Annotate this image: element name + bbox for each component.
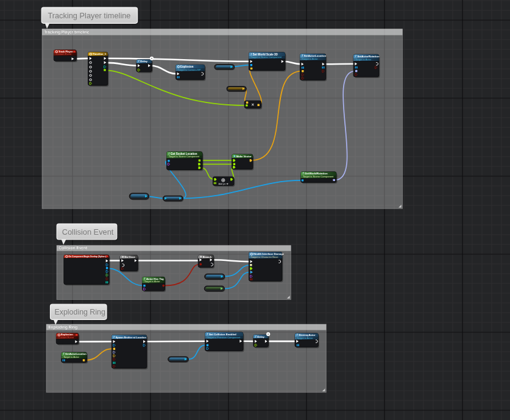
svg-text:Branch: Branch <box>203 255 212 258</box>
svg-text:Exploding Ring: Exploding Ring <box>55 308 105 316</box>
svg-text:Tracking Player timeline: Tracking Player timeline <box>44 30 90 35</box>
svg-text:×: × <box>252 102 254 107</box>
svg-text:Custom Event: Custom Event <box>58 336 75 339</box>
svg-text:Spawn Emitter at Location: Spawn Emitter at Location <box>116 336 147 339</box>
svg-text:Target is Camera BP: Target is Camera BP <box>178 68 201 71</box>
svg-text:Tracking Player timeline: Tracking Player timeline <box>48 11 130 20</box>
svg-text:Target is Actor: Target is Actor <box>297 336 313 340</box>
svg-text:Target is Character Base: Target is Character Base <box>251 255 279 258</box>
svg-text:On Component Begin Overlap (Sp: On Component Begin Overlap (Sphere) <box>68 255 106 258</box>
svg-text:Custom Event: Custom Event <box>56 52 73 55</box>
svg-text:Add pin ✚: Add pin ✚ <box>218 183 228 185</box>
svg-text:Make Vector: Make Vector <box>236 155 252 158</box>
svg-text:Exploding Ring: Exploding Ring <box>48 325 77 330</box>
svg-text:Target is Scene Component: Target is Scene Component <box>251 55 282 59</box>
svg-text:Target is Actor: Target is Actor <box>302 57 319 60</box>
svg-text:Delay: Delay <box>257 335 264 338</box>
svg-text:Target is Actor: Target is Actor <box>63 355 80 358</box>
svg-text:Target is Actor: Target is Actor <box>144 280 161 283</box>
svg-text:Collision Event: Collision Event <box>58 246 88 250</box>
svg-text:Delay: Delay <box>140 60 147 63</box>
svg-text:Target is Scene Component: Target is Scene Component <box>303 175 334 178</box>
svg-text:Target is Primitive Component: Target is Primitive Component <box>207 336 241 339</box>
svg-text:Target is Actor: Target is Actor <box>355 58 372 61</box>
svg-text:Timeline_1: Timeline_1 <box>93 52 107 55</box>
svg-text:Collision Event: Collision Event <box>62 227 114 237</box>
svg-text:Do Once: Do Once <box>125 255 136 258</box>
svg-text:Target is Scene Component: Target is Scene Component <box>169 155 200 158</box>
